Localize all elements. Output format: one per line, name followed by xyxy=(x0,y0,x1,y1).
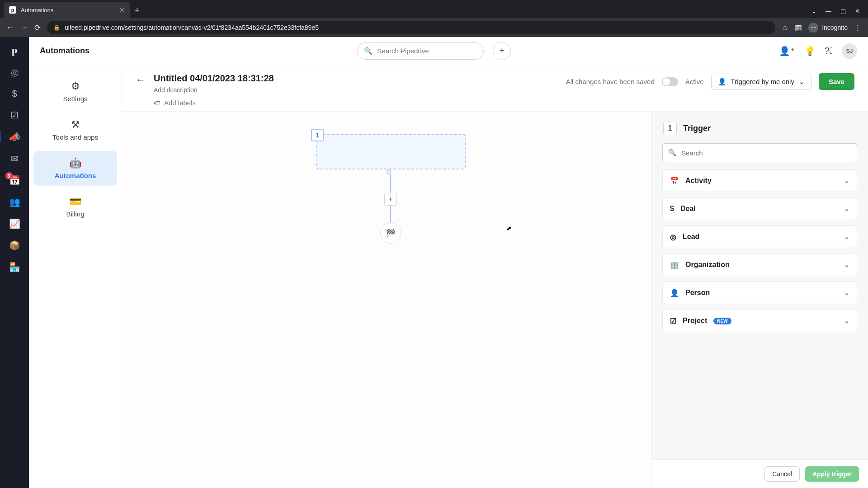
address-bar: ← → ⟳ 🔒 uifeed.pipedrive.com/settings/au… xyxy=(0,18,868,37)
panel-title: Trigger xyxy=(683,124,711,133)
trigger-category-organization[interactable]: 🏢 Organization ⌄ xyxy=(662,253,857,276)
logo-icon[interactable]: p xyxy=(12,44,17,56)
panel-step-number: 1 xyxy=(663,122,677,135)
url-field[interactable]: 🔒 uifeed.pipedrive.com/settings/automati… xyxy=(47,21,775,34)
cancel-button[interactable]: Cancel xyxy=(764,466,800,482)
trigger-search-input[interactable] xyxy=(681,149,851,157)
rail-badge: 3 xyxy=(5,172,13,179)
connector-dot xyxy=(387,169,391,174)
chevron-down-icon: ⌄ xyxy=(844,233,849,240)
rail-products-icon[interactable]: 📦 xyxy=(9,240,20,251)
new-tab-button[interactable]: + xyxy=(130,3,144,18)
new-badge: NEW xyxy=(713,318,731,324)
page-title: Automations xyxy=(40,46,90,56)
add-labels-text: Add labels xyxy=(164,99,196,107)
minimize-icon[interactable]: — xyxy=(826,8,831,14)
triggered-by-label: Triggered by me only xyxy=(731,78,794,85)
star-icon[interactable]: ☆ xyxy=(782,23,788,33)
maximize-icon[interactable]: ▢ xyxy=(840,8,846,14)
trigger-placeholder[interactable]: 1 xyxy=(316,134,466,169)
dollar-icon: $ xyxy=(670,205,674,213)
reload-icon[interactable]: ⟳ xyxy=(34,23,41,33)
rail-checklist-icon[interactable]: ☑ xyxy=(10,110,19,121)
sidebar-item-billing[interactable]: 💳 Billing xyxy=(33,189,117,224)
category-label: Project xyxy=(683,317,707,325)
back-arrow-icon[interactable]: ← xyxy=(136,74,146,86)
favicon-icon: p xyxy=(9,6,16,14)
help-icon[interactable]: ?⃝ xyxy=(825,46,833,56)
chevron-down-icon[interactable]: ⌄ xyxy=(811,8,816,14)
trigger-search[interactable]: 🔍 xyxy=(662,143,857,162)
trigger-category-lead[interactable]: ◎ Lead ⌄ xyxy=(662,225,857,248)
rail-calendar-icon[interactable]: 3📅 xyxy=(9,175,20,186)
rail-target-icon[interactable]: ◎ xyxy=(11,67,19,78)
global-search-placeholder: Search Pipedrive xyxy=(377,47,429,55)
app-header: Automations 🔍 Search Pipedrive + 👤⁺ 💡 ?⃝… xyxy=(29,37,868,65)
robot-icon: 🤖 xyxy=(69,157,81,169)
browser-menu-icon[interactable]: ⋮ xyxy=(854,23,862,33)
active-label: Active xyxy=(685,78,704,85)
trigger-category-activity[interactable]: 📅 Activity ⌄ xyxy=(662,169,857,192)
close-window-icon[interactable]: ✕ xyxy=(855,8,860,14)
active-toggle[interactable] xyxy=(662,77,678,86)
automation-title[interactable]: Untitled 04/01/2023 18:31:28 xyxy=(154,73,274,84)
save-status: All changes have been saved xyxy=(566,78,655,85)
trigger-category-person[interactable]: 👤 Person ⌄ xyxy=(662,282,857,304)
rail-marketplace-icon[interactable]: 🏪 xyxy=(9,262,20,272)
url-text: uifeed.pipedrive.com/settings/automation… xyxy=(65,24,319,31)
trigger-category-project[interactable]: ☑ Project NEW ⌄ xyxy=(662,310,857,332)
category-label: Person xyxy=(685,289,710,297)
global-search[interactable]: 🔍 Search Pipedrive xyxy=(357,42,484,60)
trigger-panel: 1 Trigger 🔍 📅 Activity ⌄ xyxy=(651,112,868,488)
rail-mail-icon[interactable]: ✉ xyxy=(11,153,19,164)
triggered-by-dropdown[interactable]: 👤 Triggered by me only ⌄ xyxy=(711,74,811,90)
sidebar-item-label: Billing xyxy=(66,210,84,218)
sidebar-item-label: Settings xyxy=(63,95,87,103)
trigger-category-deal[interactable]: $ Deal ⌄ xyxy=(662,197,857,220)
end-flag-icon: 🏁 xyxy=(380,223,401,244)
calendar-icon: 📅 xyxy=(670,177,679,185)
person-icon: 👤 xyxy=(718,78,726,86)
trigger-category-list: 📅 Activity ⌄ $ Deal ⌄ ◎ Lea xyxy=(651,169,868,332)
sidebar-item-automations[interactable]: 🤖 Automations xyxy=(33,151,117,186)
canvas[interactable]: 1 + 🏁 xyxy=(122,112,651,488)
tools-icon: ⚒ xyxy=(71,119,80,131)
invite-user-icon[interactable]: 👤⁺ xyxy=(779,46,795,56)
incognito-label: Incognito xyxy=(822,24,848,31)
panel-footer: Cancel Apply trigger xyxy=(651,460,868,488)
left-rail: p ◎ $ ☑ 📣 ✉ 3📅 👥 📈 📦 🏪 xyxy=(0,37,29,488)
target-icon: ◎ xyxy=(670,233,676,241)
gear-icon: ⚙ xyxy=(71,80,80,92)
add-labels-link[interactable]: 🏷 Add labels xyxy=(154,99,274,107)
add-step-button[interactable]: + xyxy=(384,193,397,206)
trigger-step-number: 1 xyxy=(311,129,324,141)
apply-trigger-button[interactable]: Apply trigger xyxy=(805,466,859,482)
search-icon: 🔍 xyxy=(668,149,677,157)
sidebar-item-label: Automations xyxy=(55,172,96,179)
card-icon: 💳 xyxy=(69,196,81,207)
sidebar-item-tools[interactable]: ⚒ Tools and apps xyxy=(33,113,117,147)
rail-dollar-icon[interactable]: $ xyxy=(12,89,17,99)
lock-icon: 🔒 xyxy=(53,24,60,31)
close-tab-icon[interactable]: ✕ xyxy=(119,6,125,14)
tag-icon: 🏷 xyxy=(154,99,160,107)
avatar[interactable]: SJ xyxy=(842,43,857,59)
back-icon[interactable]: ← xyxy=(6,23,14,32)
rail-campaigns-icon[interactable]: 📣 xyxy=(9,131,20,142)
window-controls: ⌄ — ▢ ✕ xyxy=(803,8,868,18)
tab-title: Automations xyxy=(21,7,53,14)
lightbulb-icon[interactable]: 💡 xyxy=(804,46,816,56)
automation-header: ← Untitled 04/01/2023 18:31:28 Add descr… xyxy=(122,65,868,112)
extension-icon[interactable]: ▦ xyxy=(795,23,802,33)
save-button[interactable]: Save xyxy=(819,73,854,90)
person-icon: 👤 xyxy=(670,289,679,297)
settings-side-menu: ⚙ Settings ⚒ Tools and apps 🤖 Automation… xyxy=(29,65,122,488)
browser-tab[interactable]: p Automations ✕ xyxy=(4,2,130,18)
rail-contacts-icon[interactable]: 👥 xyxy=(9,197,20,207)
rail-insights-icon[interactable]: 📈 xyxy=(9,218,20,229)
sidebar-item-settings[interactable]: ⚙ Settings xyxy=(33,74,117,109)
quick-add-button[interactable]: + xyxy=(493,42,511,60)
browser-tab-strip: p Automations ✕ + ⌄ — ▢ ✕ xyxy=(0,0,868,18)
add-description-link[interactable]: Add description xyxy=(154,86,274,94)
chevron-down-icon: ⌄ xyxy=(844,289,849,296)
